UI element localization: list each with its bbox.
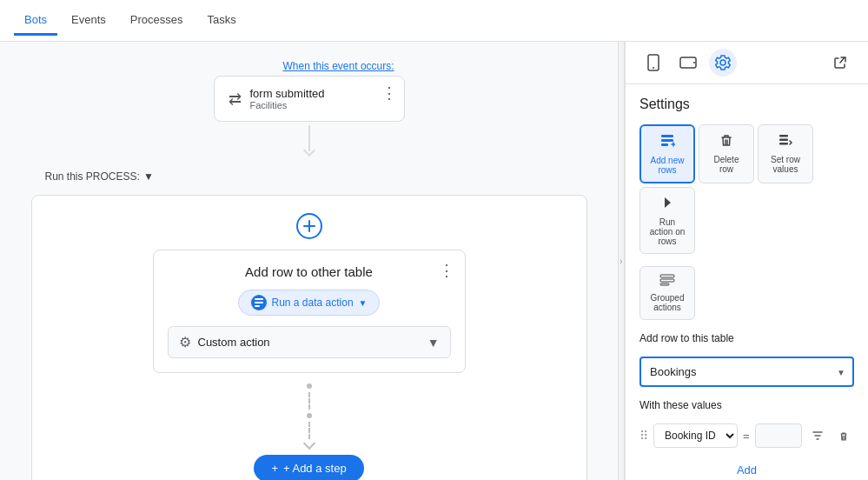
run-data-icon xyxy=(251,295,267,310)
add-rows-icon xyxy=(659,133,675,152)
tab-processes[interactable]: Processes xyxy=(120,6,194,36)
custom-action-dropdown-arrow: ▼ xyxy=(427,336,440,350)
form-node-menu[interactable]: ⋮ xyxy=(381,83,397,103)
main-layout: When this event occurs: ⇄ form submitted… xyxy=(0,42,868,480)
action-node: ⋮ Add row to other table Run a data acti… xyxy=(153,250,466,373)
add-step-circle[interactable] xyxy=(296,213,322,239)
action-node-menu[interactable]: ⋮ xyxy=(439,261,454,280)
add-new-rows-btn[interactable]: Add new rows xyxy=(639,124,695,183)
svg-rect-7 xyxy=(661,135,673,137)
custom-action-label: Custom action xyxy=(198,336,421,349)
svg-rect-15 xyxy=(660,283,669,285)
grouped-icon xyxy=(659,274,675,290)
trigger-hint[interactable]: When this event occurs: xyxy=(283,60,394,72)
form-node-subtitle: Facilities xyxy=(250,100,325,110)
svg-rect-0 xyxy=(255,298,263,300)
run-data-action-btn[interactable]: Run a data action ▼ xyxy=(238,290,381,316)
run-data-dropdown-arrow: ▼ xyxy=(359,298,368,308)
delete-row-icon-btn[interactable] xyxy=(833,425,854,446)
svg-point-4 xyxy=(653,67,654,69)
formula-row: ⠿ Booking ID = xyxy=(639,423,854,448)
svg-rect-2 xyxy=(255,305,260,307)
set-row-values-label: Set row values xyxy=(765,155,805,174)
dot1 xyxy=(307,383,312,389)
device-icons xyxy=(639,49,737,77)
set-row-values-btn[interactable]: Set row values xyxy=(758,124,813,183)
equals-sign: = xyxy=(743,430,750,443)
shuffle-icon: ⇄ xyxy=(229,90,242,109)
table-select-wrapper: Bookings Users Facilities xyxy=(639,357,854,387)
value-input-area[interactable] xyxy=(755,423,802,448)
svg-point-6 xyxy=(693,62,695,63)
settings-actions: Add new rows Delete row Set row values R… xyxy=(639,124,854,254)
canvas: When this event occurs: ⇄ form submitted… xyxy=(0,42,618,480)
grouped-actions-label: Grouped actions xyxy=(647,293,687,312)
dot2 xyxy=(307,413,312,418)
add-step-label: + Add a step xyxy=(283,462,347,475)
delete-row-icon xyxy=(719,132,734,151)
add-step-button[interactable]: + + Add a step xyxy=(254,455,363,480)
dot-line xyxy=(308,392,310,410)
tab-bots[interactable]: Bots xyxy=(14,6,57,36)
run-process-bar: Run this PROCESS: ▼ xyxy=(31,165,587,188)
drag-handle[interactable]: ⠿ xyxy=(639,429,648,443)
external-link-icon[interactable] xyxy=(826,49,854,77)
collapse-icon: › xyxy=(620,257,622,266)
delete-row-btn[interactable]: Delete row xyxy=(699,124,754,183)
run-data-action-label: Run a data action xyxy=(272,297,354,309)
dotted-connector xyxy=(307,383,312,444)
add-new-rows-label: Add new rows xyxy=(648,156,686,175)
settings-panel: Settings Add new rows Delete row Set row… xyxy=(625,42,868,480)
settings-icon[interactable] xyxy=(709,49,737,77)
svg-rect-14 xyxy=(660,279,674,282)
svg-rect-12 xyxy=(779,143,788,145)
top-nav: Bots Events Processes Tasks xyxy=(0,0,868,42)
add-button[interactable]: Add xyxy=(639,460,854,480)
tab-events[interactable]: Events xyxy=(61,6,116,36)
connector-arrow xyxy=(302,144,315,157)
svg-rect-10 xyxy=(779,135,788,137)
field-select[interactable]: Booking ID xyxy=(653,423,738,448)
tablet-icon[interactable] xyxy=(674,49,702,77)
svg-rect-8 xyxy=(661,139,673,142)
tab-tasks[interactable]: Tasks xyxy=(196,6,246,36)
svg-rect-11 xyxy=(779,139,788,142)
run-process-dropdown[interactable]: ▼ xyxy=(143,170,154,183)
grouped-actions-inner-btn[interactable]: Grouped actions xyxy=(639,266,695,320)
svg-rect-9 xyxy=(661,143,668,146)
action-node-title: Add row to other table xyxy=(168,264,451,279)
gear-icon: ⚙ xyxy=(179,334,191,350)
run-action-icon xyxy=(659,195,675,214)
grouped-actions-btn[interactable]: Grouped actions xyxy=(639,266,695,320)
mobile-icon[interactable] xyxy=(639,49,667,77)
add-step-plus: + xyxy=(271,462,278,475)
svg-rect-1 xyxy=(255,302,263,303)
sidebar-divider[interactable]: › xyxy=(618,42,625,480)
set-row-icon xyxy=(778,132,793,151)
svg-rect-13 xyxy=(660,275,674,277)
add-row-section-label: Add row to this table xyxy=(639,332,854,344)
run-process-label: Run this PROCESS: xyxy=(45,170,140,183)
process-container: ⋮ Add row to other table Run a data acti… xyxy=(31,195,587,480)
custom-action-row[interactable]: ⚙ Custom action ▼ xyxy=(168,326,451,358)
form-node-title: form submitted xyxy=(250,87,325,100)
form-submitted-node: ⇄ form submitted Facilities ⋮ xyxy=(214,76,405,122)
panel-top-bar xyxy=(626,42,868,84)
filter-icon[interactable] xyxy=(807,425,828,446)
run-action-on-rows-label: Run action on rows xyxy=(647,217,687,246)
delete-row-label: Delete row xyxy=(706,155,746,174)
table-select[interactable]: Bookings Users Facilities xyxy=(639,357,854,387)
settings-title: Settings xyxy=(639,97,854,112)
with-values-label: With these values xyxy=(639,399,854,411)
run-action-on-rows-btn[interactable]: Run action on rows xyxy=(639,187,695,254)
dot-arrow xyxy=(302,437,315,450)
